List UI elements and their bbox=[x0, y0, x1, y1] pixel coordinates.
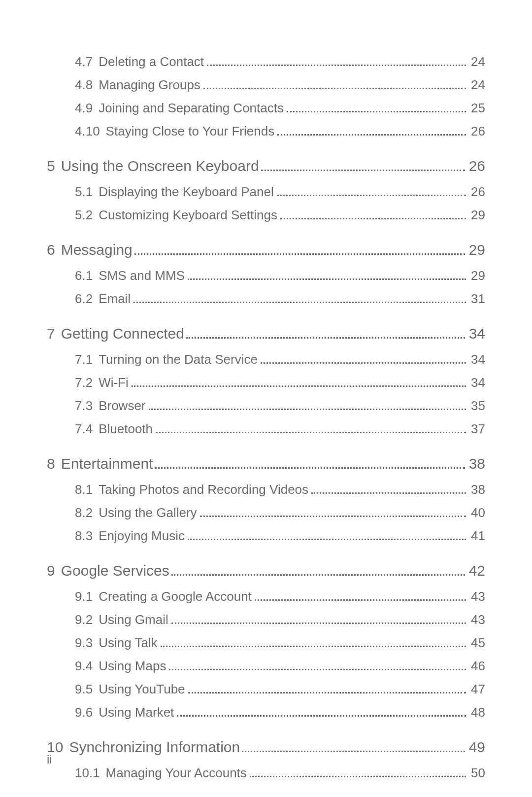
toc-sub-page: 29 bbox=[471, 268, 485, 283]
toc-sub-entry: 9.5 Using YouTube 47 bbox=[75, 682, 485, 697]
toc-dots bbox=[255, 599, 466, 601]
toc-chapter-entry: 7 Getting Connected 34 bbox=[47, 325, 485, 342]
toc-chapter-entry: 9 Google Services 42 bbox=[47, 562, 485, 579]
toc-sub-page: 45 bbox=[471, 635, 485, 651]
toc-sub-num: 9.4 bbox=[75, 658, 93, 674]
toc-sub-title: Managing Your Accounts bbox=[106, 765, 247, 781]
toc-sub-title: SMS and MMS bbox=[99, 268, 185, 283]
toc-sub-entry: 5.2 Customizing Keyboard Settings 29 bbox=[75, 208, 485, 223]
toc-chapter-entry: 8 Entertainment 38 bbox=[47, 455, 485, 472]
toc-sub-entry: 8.1 Taking Photos and Recording Videos 3… bbox=[75, 482, 485, 497]
toc-sub-num: 8.3 bbox=[75, 528, 93, 544]
toc-dots bbox=[277, 134, 466, 136]
toc-sub-entry: 9.1 Creating a Google Account 43 bbox=[75, 589, 485, 604]
toc-sub-num: 8.2 bbox=[75, 505, 93, 520]
toc-dots bbox=[161, 646, 466, 647]
toc-sub-title: Using Maps bbox=[99, 658, 166, 674]
toc-sub-num: 7.4 bbox=[75, 421, 93, 437]
toc-dots bbox=[277, 195, 466, 196]
toc-sub-title: Creating a Google Account bbox=[99, 589, 252, 604]
toc-sub-page: 43 bbox=[471, 589, 485, 604]
toc-sub-page: 24 bbox=[471, 54, 485, 69]
toc-dots bbox=[261, 362, 466, 364]
toc-sub-title: Turning on the Data Service bbox=[99, 352, 258, 367]
page-number-footer: ii bbox=[47, 753, 52, 766]
toc-sub-page: 24 bbox=[471, 77, 485, 93]
toc-chapter-entry: 10 Synchronizing Information 49 bbox=[47, 739, 485, 756]
toc-sub-num: 10.1 bbox=[75, 765, 100, 781]
toc-sub-page: 26 bbox=[471, 124, 485, 139]
toc-sub-title: Using the Gallery bbox=[99, 505, 197, 520]
toc-sub-entry: 7.1 Turning on the Data Service 34 bbox=[75, 352, 485, 367]
toc-chapter-entry: 5 Using the Onscreen Keyboard 26 bbox=[47, 158, 485, 174]
toc-sub-title: Staying Close to Your Friends bbox=[106, 124, 275, 139]
toc-sub-page: 26 bbox=[471, 184, 485, 200]
toc-sub-title: Using Gmail bbox=[99, 612, 168, 627]
toc-sub-entry: 4.8 Managing Groups 24 bbox=[75, 77, 485, 93]
toc-chapter-num: 7 bbox=[47, 325, 55, 342]
toc-sub-num: 4.8 bbox=[75, 77, 93, 93]
toc-chapter-num: 9 bbox=[47, 562, 55, 579]
toc-dots bbox=[169, 669, 466, 670]
toc-dots bbox=[188, 539, 466, 540]
toc-sub-page: 38 bbox=[471, 482, 485, 497]
toc-sub-page: 34 bbox=[471, 352, 485, 367]
toc-sub-page: 29 bbox=[471, 208, 485, 223]
toc-chapter-num: 8 bbox=[47, 455, 55, 472]
toc-chapter-title: Messaging bbox=[61, 242, 133, 258]
toc-sub-num: 4.9 bbox=[75, 101, 93, 116]
toc-sub-entry: 4.9 Joining and Separating Contacts 25 bbox=[75, 101, 485, 116]
toc-sub-num: 7.2 bbox=[75, 375, 93, 390]
toc-dots bbox=[186, 337, 465, 339]
toc-sub-entry: 9.4 Using Maps 46 bbox=[75, 658, 485, 674]
toc-dots bbox=[250, 776, 466, 777]
toc-dots bbox=[287, 111, 466, 112]
toc-dots bbox=[133, 302, 466, 303]
toc-sub-title: Wi-Fi bbox=[99, 375, 129, 390]
toc-sub-title: Email bbox=[99, 291, 131, 307]
toc-sub-entry: 8.3 Enjoying Music 41 bbox=[75, 528, 485, 544]
toc-sub-page: 47 bbox=[471, 682, 485, 697]
toc-chapter-num: 6 bbox=[47, 242, 55, 258]
toc-dots bbox=[171, 623, 466, 624]
toc-chapter-page: 26 bbox=[469, 158, 485, 174]
toc-sub-num: 7.1 bbox=[75, 352, 93, 367]
toc-chapter-page: 29 bbox=[469, 242, 485, 258]
toc-dots bbox=[188, 692, 466, 693]
toc-dots bbox=[188, 278, 466, 280]
toc-sub-num: 5.1 bbox=[75, 184, 93, 200]
toc-sub-num: 8.1 bbox=[75, 482, 93, 497]
toc-dots bbox=[200, 516, 466, 517]
toc-sub-page: 34 bbox=[471, 375, 485, 390]
toc-dots bbox=[155, 467, 465, 469]
toc-sub-entry: 7.3 Browser 35 bbox=[75, 398, 485, 414]
toc-sub-title: Bluetooth bbox=[99, 421, 153, 437]
toc-sub-page: 50 bbox=[471, 765, 485, 781]
toc-sub-entry: 5.1 Displaying the Keyboard Panel 26 bbox=[75, 184, 485, 200]
toc-sub-page: 41 bbox=[471, 528, 485, 544]
toc-page: 4.7 Deleting a Contact 24 4.8 Managing G… bbox=[0, 0, 532, 781]
toc-sub-page: 31 bbox=[471, 291, 485, 307]
toc-sub-num: 9.2 bbox=[75, 612, 93, 627]
toc-dots bbox=[207, 65, 466, 66]
toc-sub-page: 40 bbox=[471, 505, 485, 520]
toc-sub-num: 6.2 bbox=[75, 291, 93, 307]
toc-chapter-title: Getting Connected bbox=[61, 325, 184, 342]
toc-chapter-page: 38 bbox=[469, 455, 485, 472]
toc-sub-num: 5.2 bbox=[75, 208, 93, 223]
toc-sub-entry: 6.2 Email 31 bbox=[75, 291, 485, 307]
toc-sub-page: 35 bbox=[471, 398, 485, 414]
toc-sub-title: Using YouTube bbox=[99, 682, 185, 697]
toc-dots bbox=[177, 715, 466, 717]
toc-sub-num: 9.3 bbox=[75, 635, 93, 651]
toc-chapter-entry: 6 Messaging 29 bbox=[47, 242, 485, 258]
toc-sub-entry: 9.3 Using Talk 45 bbox=[75, 635, 485, 651]
toc-sub-entry: 4.7 Deleting a Contact 24 bbox=[75, 54, 485, 69]
toc-sub-num: 4.7 bbox=[75, 54, 93, 69]
toc-sub-entry: 8.2 Using the Gallery 40 bbox=[75, 505, 485, 520]
toc-dots bbox=[171, 574, 465, 576]
toc-sub-entry: 9.2 Using Gmail 43 bbox=[75, 612, 485, 627]
toc-sub-num: 6.1 bbox=[75, 268, 93, 283]
toc-sub-entry: 7.2 Wi-Fi 34 bbox=[75, 375, 485, 390]
toc-sub-entry: 7.4 Bluetooth 37 bbox=[75, 421, 485, 437]
